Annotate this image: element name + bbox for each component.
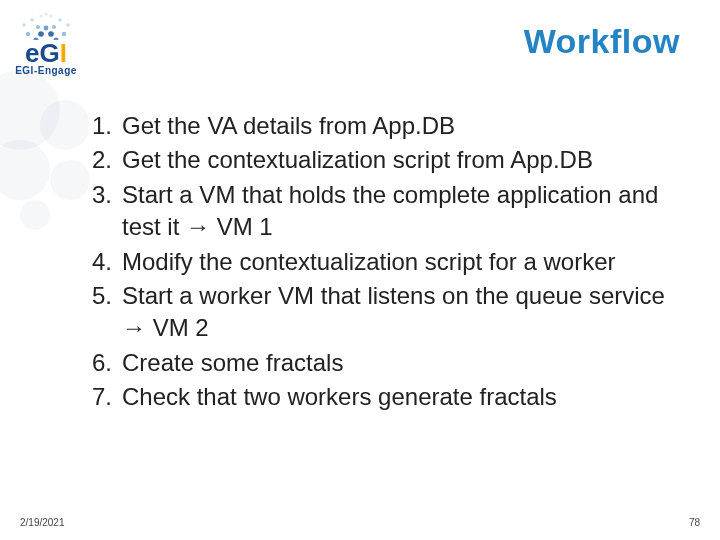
item-text: Start a VM that holds the complete appli… xyxy=(122,179,690,244)
list-item: 5. Start a worker VM that listens on the… xyxy=(86,280,690,345)
header: e G I EGI-Engage Workflow xyxy=(0,0,720,90)
svg-point-13 xyxy=(48,31,54,37)
svg-point-6 xyxy=(66,23,70,27)
svg-point-5 xyxy=(22,23,26,27)
footer: 2/19/2021 78 xyxy=(0,510,720,534)
item-number: 5. xyxy=(86,280,122,312)
svg-point-12 xyxy=(38,31,44,37)
svg-point-7 xyxy=(30,18,34,22)
svg-point-9 xyxy=(39,14,42,17)
svg-point-8 xyxy=(58,18,62,22)
item-number: 3. xyxy=(86,179,122,211)
footer-page: 78 xyxy=(689,517,700,528)
list-item: 2. Get the contextualization script from… xyxy=(86,144,690,176)
item-text: Get the contextualization script from Ap… xyxy=(122,144,593,176)
item-number: 7. xyxy=(86,381,122,413)
item-number: 6. xyxy=(86,347,122,379)
list-item: 4. Modify the contextualization script f… xyxy=(86,246,690,278)
svg-point-3 xyxy=(26,32,30,36)
item-number: 2. xyxy=(86,144,122,176)
svg-point-14 xyxy=(44,26,49,31)
item-text: Create some fractals xyxy=(122,347,343,379)
workflow-list: 1. Get the VA details from App.DB 2. Get… xyxy=(86,110,690,416)
slide: e G I EGI-Engage Workflow 1. Get the VA … xyxy=(0,0,720,540)
svg-point-15 xyxy=(36,25,40,29)
item-text: Modify the contextualization script for … xyxy=(122,246,616,278)
svg-point-16 xyxy=(52,25,56,29)
svg-point-10 xyxy=(49,14,52,17)
item-number: 1. xyxy=(86,110,122,142)
slide-title: Workflow xyxy=(524,22,680,61)
egi-sun-icon xyxy=(14,10,78,40)
item-text: Get the VA details from App.DB xyxy=(122,110,455,142)
svg-point-11 xyxy=(44,12,47,15)
footer-date: 2/19/2021 xyxy=(20,517,65,528)
egi-logo: e G I EGI-Engage xyxy=(14,10,78,76)
item-text: Start a worker VM that listens on the qu… xyxy=(122,280,690,345)
svg-point-4 xyxy=(62,32,66,36)
list-item: 7. Check that two workers generate fract… xyxy=(86,381,690,413)
list-item: 1. Get the VA details from App.DB xyxy=(86,110,690,142)
logo-subtitle: EGI-Engage xyxy=(15,65,77,76)
item-number: 4. xyxy=(86,246,122,278)
list-item: 6. Create some fractals xyxy=(86,347,690,379)
item-text: Check that two workers generate fractals xyxy=(122,381,557,413)
list-item: 3. Start a VM that holds the complete ap… xyxy=(86,179,690,244)
